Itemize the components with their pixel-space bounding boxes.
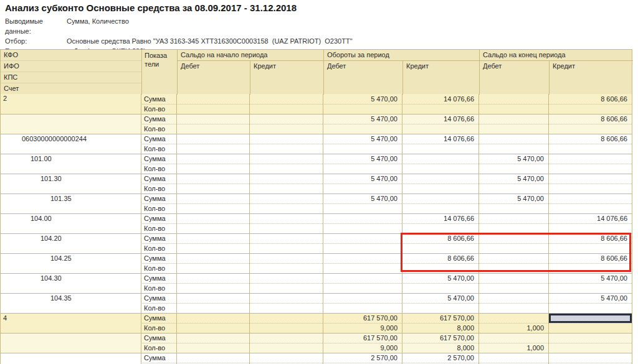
- account-cell[interactable]: 101.00: [1, 154, 141, 174]
- value-cell[interactable]: [249, 323, 323, 333]
- value-cell[interactable]: [548, 203, 632, 213]
- value-cell[interactable]: [323, 283, 402, 293]
- account-cell[interactable]: 101.30: [1, 174, 141, 194]
- value-cell[interactable]: [323, 273, 402, 283]
- value-cell[interactable]: [249, 243, 323, 253]
- indicator-cell[interactable]: Сумма: [141, 154, 176, 164]
- value-cell[interactable]: 5 470,00: [323, 194, 402, 203]
- value-cell[interactable]: 8 606,66: [548, 134, 632, 144]
- value-cell[interactable]: [402, 263, 478, 273]
- indicator-cell[interactable]: Кол-во: [141, 263, 176, 273]
- value-cell[interactable]: [548, 333, 632, 343]
- value-cell[interactable]: 5 470,00: [323, 174, 402, 184]
- value-cell[interactable]: 1,000: [478, 343, 548, 353]
- value-cell[interactable]: [176, 243, 249, 253]
- value-cell[interactable]: [548, 124, 632, 134]
- value-cell[interactable]: [548, 303, 632, 313]
- value-cell[interactable]: [176, 174, 249, 184]
- value-cell[interactable]: [323, 233, 402, 243]
- value-cell[interactable]: [402, 283, 478, 293]
- value-cell[interactable]: [176, 263, 249, 273]
- selected-cell[interactable]: [548, 313, 632, 323]
- value-cell[interactable]: [548, 174, 632, 184]
- value-cell[interactable]: [176, 223, 249, 233]
- value-cell[interactable]: 5 470,00: [323, 94, 402, 104]
- value-cell[interactable]: 617 570,00: [402, 333, 478, 343]
- indicator-cell[interactable]: Кол-во: [141, 203, 176, 213]
- account-cell[interactable]: 101.35: [1, 194, 141, 213]
- value-cell[interactable]: [548, 184, 632, 194]
- value-cell[interactable]: 14 076,66: [402, 94, 478, 104]
- value-cell[interactable]: [478, 263, 548, 273]
- value-cell[interactable]: [323, 293, 402, 303]
- indicator-cell[interactable]: Сумма: [141, 194, 176, 203]
- value-cell[interactable]: [176, 94, 249, 104]
- account-cell[interactable]: [1, 333, 141, 353]
- value-cell[interactable]: [478, 313, 548, 323]
- value-cell[interactable]: [548, 343, 632, 353]
- indicator-cell[interactable]: Сумма: [141, 353, 176, 363]
- value-cell[interactable]: [478, 104, 548, 114]
- value-cell[interactable]: [548, 104, 632, 114]
- indicator-cell[interactable]: Сумма: [141, 333, 176, 343]
- indicator-cell[interactable]: Сумма: [141, 114, 176, 124]
- value-cell[interactable]: [548, 223, 632, 233]
- value-cell[interactable]: 5 470,00: [548, 293, 632, 303]
- value-cell[interactable]: [249, 104, 323, 114]
- indicator-cell[interactable]: Кол-во: [141, 283, 176, 293]
- value-cell[interactable]: 14 076,66: [402, 134, 478, 144]
- value-cell[interactable]: 8 606,66: [548, 114, 632, 124]
- value-cell[interactable]: [176, 273, 249, 283]
- value-cell[interactable]: [249, 194, 323, 203]
- value-cell[interactable]: [478, 253, 548, 263]
- value-cell[interactable]: 8 606,66: [548, 94, 632, 104]
- value-cell[interactable]: [323, 164, 402, 174]
- value-cell[interactable]: 5 470,00: [323, 134, 402, 144]
- indicator-cell[interactable]: Сумма: [141, 253, 176, 263]
- value-cell[interactable]: [323, 213, 402, 223]
- value-cell[interactable]: [176, 313, 249, 323]
- value-cell[interactable]: [249, 333, 323, 343]
- value-cell[interactable]: [402, 174, 478, 184]
- value-cell[interactable]: [478, 303, 548, 313]
- value-cell[interactable]: [478, 333, 548, 343]
- account-cell[interactable]: 06030000000000244: [1, 134, 141, 154]
- value-cell[interactable]: 2 570,00: [402, 353, 478, 363]
- value-cell[interactable]: [323, 144, 402, 154]
- value-cell[interactable]: [176, 154, 249, 164]
- value-cell[interactable]: [176, 134, 249, 144]
- indicator-cell[interactable]: Кол-во: [141, 303, 176, 313]
- value-cell[interactable]: [478, 243, 548, 253]
- value-cell[interactable]: [402, 303, 478, 313]
- value-cell[interactable]: [478, 233, 548, 243]
- value-cell[interactable]: [548, 283, 632, 293]
- value-cell[interactable]: 5 470,00: [478, 194, 548, 203]
- value-cell[interactable]: 5 470,00: [402, 293, 478, 303]
- value-cell[interactable]: [249, 94, 323, 104]
- account-cell[interactable]: [1, 114, 141, 134]
- value-cell[interactable]: [249, 223, 323, 233]
- value-cell[interactable]: [249, 203, 323, 213]
- value-cell[interactable]: [176, 184, 249, 194]
- account-cell[interactable]: 104.30: [1, 273, 141, 293]
- value-cell[interactable]: [478, 164, 548, 174]
- value-cell[interactable]: [548, 154, 632, 164]
- indicator-cell[interactable]: Сумма: [141, 94, 176, 104]
- value-cell[interactable]: [478, 353, 548, 363]
- value-cell[interactable]: 8 606,66: [402, 253, 478, 263]
- value-cell[interactable]: [402, 164, 478, 174]
- value-cell[interactable]: 8 606,66: [548, 233, 632, 243]
- value-cell[interactable]: 14 076,66: [402, 213, 478, 223]
- indicator-cell[interactable]: Сумма: [141, 293, 176, 303]
- value-cell[interactable]: [176, 144, 249, 154]
- value-cell[interactable]: [478, 134, 548, 144]
- value-cell[interactable]: [249, 184, 323, 194]
- value-cell[interactable]: [176, 333, 249, 343]
- value-cell[interactable]: [548, 164, 632, 174]
- value-cell[interactable]: [249, 353, 323, 363]
- value-cell[interactable]: [249, 253, 323, 263]
- value-cell[interactable]: [548, 243, 632, 253]
- value-cell[interactable]: [548, 353, 632, 363]
- value-cell[interactable]: [478, 114, 548, 124]
- value-cell[interactable]: [478, 124, 548, 134]
